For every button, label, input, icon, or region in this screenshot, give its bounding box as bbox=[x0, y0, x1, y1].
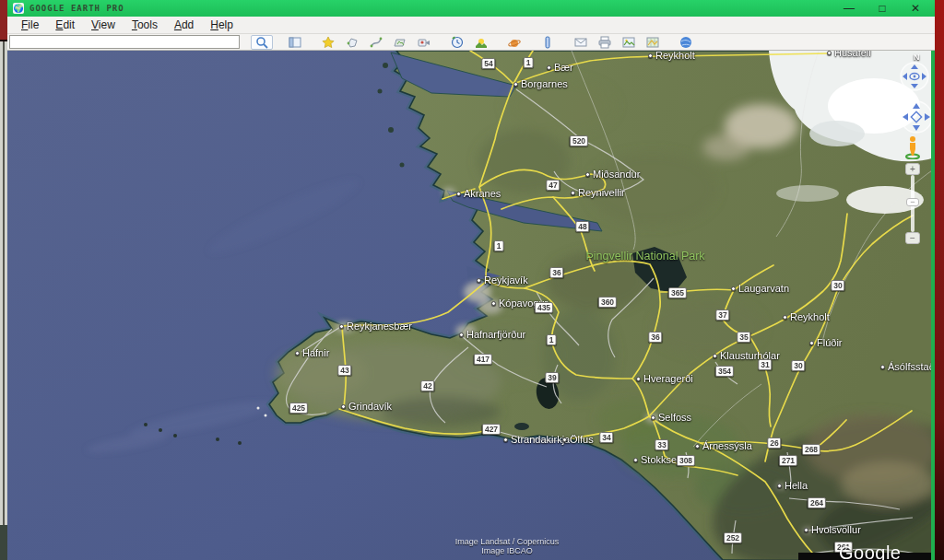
place-label: Laugarvatn bbox=[731, 283, 789, 294]
save-image-icon[interactable] bbox=[618, 35, 640, 50]
historical-imagery-icon[interactable] bbox=[446, 35, 468, 50]
view-in-google-maps-icon[interactable] bbox=[642, 35, 664, 50]
google-earth-window: 🌍 GOOGLE EARTH PRO — □ ✕ FileEditViewToo… bbox=[7, 0, 935, 560]
place-label: Borgarnes bbox=[513, 78, 568, 89]
road-shield: 47 bbox=[546, 180, 560, 191]
place-label: Strandakirkja bbox=[503, 434, 570, 445]
print-icon[interactable] bbox=[594, 35, 616, 50]
maximize-button[interactable]: □ bbox=[876, 0, 889, 17]
place-dot bbox=[633, 458, 638, 462]
place-dot bbox=[456, 192, 461, 196]
place-dot bbox=[783, 315, 787, 320]
desktop-left-sliver bbox=[0, 0, 7, 560]
menu-tools[interactable]: Tools bbox=[124, 17, 166, 34]
road-shield: 520 bbox=[570, 135, 588, 146]
window-title: GOOGLE EARTH PRO bbox=[30, 4, 124, 13]
search-icon[interactable] bbox=[251, 35, 273, 50]
place-label: Reynivellir bbox=[571, 187, 625, 198]
place-dot bbox=[341, 404, 346, 409]
add-placemark-icon[interactable] bbox=[317, 35, 339, 50]
title-bar: 🌍 GOOGLE EARTH PRO — □ ✕ bbox=[7, 0, 935, 17]
place-label: Hvolsvöllur bbox=[804, 524, 861, 535]
planets-icon[interactable] bbox=[503, 35, 525, 50]
road-shield: 33 bbox=[655, 439, 668, 450]
place-dot bbox=[491, 301, 496, 306]
search-input[interactable] bbox=[9, 35, 240, 49]
place-label: Hella bbox=[777, 480, 808, 491]
zoom-in-button[interactable]: + bbox=[905, 163, 920, 175]
globe-icon[interactable] bbox=[675, 35, 697, 50]
road-shield: 427 bbox=[482, 424, 501, 435]
map-labels: BærReykholtHúsafellBorgarnesAkranesMiðsa… bbox=[7, 51, 935, 560]
place-label: Ásólfsstaðir bbox=[880, 361, 935, 372]
menu-help[interactable]: Help bbox=[202, 17, 242, 34]
road-shield: 1 bbox=[547, 334, 557, 345]
menu-add[interactable]: Add bbox=[166, 17, 202, 34]
desktop-right-sliver bbox=[935, 0, 944, 560]
place-label: Grindavík bbox=[341, 401, 392, 412]
close-button[interactable]: ✕ bbox=[909, 0, 922, 17]
road-shield: 264 bbox=[808, 497, 826, 508]
road-shield: 30 bbox=[831, 280, 844, 291]
road-shield: 308 bbox=[677, 455, 695, 466]
add-path-icon[interactable] bbox=[365, 35, 387, 50]
road-shield: 354 bbox=[715, 366, 734, 377]
place-label: Hveragerði bbox=[636, 373, 693, 384]
place-label: Ölfus bbox=[562, 434, 594, 445]
look-joystick[interactable] bbox=[898, 60, 931, 93]
place-dot bbox=[777, 484, 782, 488]
road-shield: 271 bbox=[779, 455, 797, 466]
road-shield: 48 bbox=[575, 221, 589, 232]
sunlight-icon[interactable] bbox=[470, 35, 492, 50]
road-shield: 417 bbox=[474, 354, 492, 365]
road-shield: 35 bbox=[737, 332, 750, 343]
screen: 🌍 GOOGLE EARTH PRO — □ ✕ FileEditViewToo… bbox=[0, 0, 944, 560]
road-shield: 425 bbox=[289, 402, 308, 414]
place-dot bbox=[513, 82, 518, 87]
attribution-line1: Image Landsat / Copernicus bbox=[410, 537, 604, 546]
road-shield: 54 bbox=[481, 58, 495, 69]
road-shield: 37 bbox=[715, 309, 729, 321]
road-shield: 360 bbox=[598, 297, 617, 308]
place-label: Reykjavík bbox=[477, 274, 528, 286]
road-shield: 365 bbox=[668, 287, 687, 298]
place-dot bbox=[636, 377, 641, 381]
road-shield: 39 bbox=[545, 372, 559, 383]
place-label: Reykholt bbox=[648, 51, 695, 61]
add-polygon-icon[interactable] bbox=[341, 35, 363, 50]
place-dot bbox=[295, 351, 300, 356]
menu-view[interactable]: View bbox=[83, 17, 124, 34]
ruler-icon[interactable] bbox=[537, 35, 559, 50]
place-dot bbox=[477, 278, 481, 283]
place-dot bbox=[571, 191, 575, 195]
place-dot bbox=[585, 172, 590, 177]
minimize-button[interactable]: — bbox=[843, 0, 856, 17]
road-shield: 1 bbox=[494, 240, 504, 251]
place-label: Akranes bbox=[456, 188, 501, 199]
place-label: Árnessýsla bbox=[695, 440, 752, 451]
add-image-overlay-icon[interactable] bbox=[389, 35, 411, 50]
place-label: Hafnir bbox=[295, 347, 329, 358]
zoom-out-button[interactable]: − bbox=[905, 232, 920, 244]
map-viewport[interactable]: BærReykholtHúsafellBorgarnesAkranesMiðsa… bbox=[7, 51, 935, 560]
place-dot bbox=[880, 365, 885, 369]
place-dot bbox=[648, 53, 653, 58]
road-shield: 435 bbox=[535, 302, 553, 313]
menu-file[interactable]: File bbox=[13, 17, 47, 34]
email-icon[interactable] bbox=[570, 35, 592, 50]
zoom-handle[interactable]: − bbox=[906, 198, 919, 206]
place-label: Flúðir bbox=[809, 337, 843, 348]
navigation-controls: N + bbox=[885, 51, 935, 262]
toolbar bbox=[7, 34, 935, 51]
attribution-line2: Image IBCAO bbox=[410, 546, 604, 555]
place-label: Bær bbox=[547, 62, 573, 73]
pegman-icon[interactable] bbox=[905, 135, 920, 159]
place-dot bbox=[827, 51, 832, 55]
road-shield: 1 bbox=[524, 57, 534, 68]
show-sidebar-icon[interactable] bbox=[284, 35, 306, 50]
record-tour-icon[interactable] bbox=[413, 35, 435, 50]
move-joystick[interactable] bbox=[898, 99, 935, 135]
menu-edit[interactable]: Edit bbox=[47, 17, 83, 34]
road-shield: 26 bbox=[767, 438, 781, 449]
zoom-slider[interactable]: + − − bbox=[905, 163, 920, 244]
